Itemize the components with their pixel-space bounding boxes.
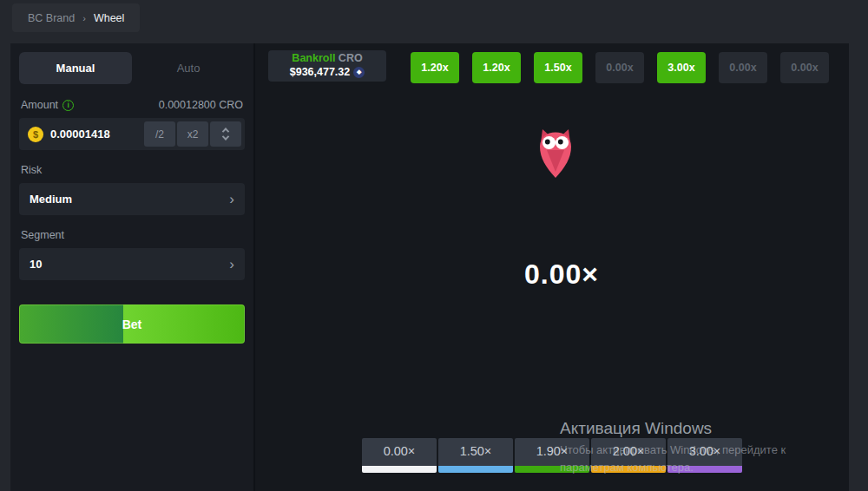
result-history-row: 1.20x 1.20x 1.50x 0.00x 3.00x 0.00x 0.00… bbox=[411, 52, 829, 83]
legend-cell: 2.00× bbox=[591, 438, 666, 473]
risk-value: Medium bbox=[30, 193, 72, 206]
legend-cell: 0.00× bbox=[362, 438, 437, 473]
legend-multiplier-label: 1.90× bbox=[515, 438, 589, 458]
segment-select[interactable]: 10 › bbox=[19, 248, 245, 280]
half-amount-button[interactable]: /2 bbox=[144, 121, 175, 147]
segment-value: 10 bbox=[30, 258, 42, 271]
history-result-button[interactable]: 1.20x bbox=[472, 52, 521, 83]
amount-input-row: $ 0.00001418 /2 x2 bbox=[19, 118, 245, 150]
history-result-button[interactable]: 1.20x bbox=[411, 52, 459, 83]
risk-select[interactable]: Medium › bbox=[19, 183, 245, 215]
bankroll-amount: $936,477.32 bbox=[290, 66, 351, 80]
breadcrumb-current-page: Wheel bbox=[94, 12, 124, 24]
cro-coin-icon: ◆ bbox=[353, 67, 365, 78]
breadcrumb-brand-link[interactable]: BC Brand bbox=[28, 12, 75, 24]
legend-color-bar bbox=[591, 466, 666, 473]
legend-color-bar bbox=[438, 466, 513, 473]
currency-coin-icon: $ bbox=[28, 127, 43, 142]
bankroll-label: Bankroll bbox=[292, 52, 335, 64]
amount-header: Amount i 0.00012800 CRO bbox=[19, 99, 245, 111]
result-multiplier: 0.00× bbox=[524, 259, 599, 291]
legend-multiplier-label: 3.00× bbox=[667, 438, 742, 458]
bankroll-currency: CRO bbox=[339, 52, 363, 64]
breadcrumb-separator-icon: › bbox=[82, 13, 86, 23]
bankroll-widget[interactable]: Bankroll CRO $936,477.32 ◆ bbox=[268, 50, 386, 82]
segment-label: Segment bbox=[19, 229, 245, 241]
legend-multiplier-label: 2.00× bbox=[591, 438, 666, 458]
amount-input[interactable]: 0.00001418 bbox=[50, 128, 144, 141]
legend-multiplier-label: 1.50× bbox=[438, 438, 513, 458]
wallet-balance: 0.00012800 CRO bbox=[159, 99, 243, 111]
double-amount-button[interactable]: x2 bbox=[177, 121, 208, 147]
breadcrumb: BC Brand › Wheel bbox=[12, 3, 140, 32]
legend-cell: 3.00× bbox=[667, 438, 742, 473]
risk-label: Risk bbox=[19, 164, 245, 176]
chevron-down-icon[interactable] bbox=[222, 133, 229, 140]
legend-multiplier-label: 0.00× bbox=[362, 438, 437, 458]
game-area: Bankroll CRO $936,477.32 ◆ 1.20x 1.20x 1… bbox=[253, 43, 849, 491]
bet-button[interactable]: Bet bbox=[19, 304, 245, 344]
legend-cell: 1.90× bbox=[515, 438, 589, 473]
history-result-button[interactable]: 0.00x bbox=[780, 52, 829, 83]
legend-color-bar bbox=[667, 466, 742, 473]
history-result-button[interactable]: 1.50x bbox=[534, 52, 582, 83]
tab-manual[interactable]: Manual bbox=[19, 52, 132, 84]
bankroll-title: Bankroll CRO bbox=[292, 52, 362, 66]
legend-color-bar bbox=[515, 466, 589, 473]
multiplier-legend: 0.00× 1.50× 1.90× 2.00× bbox=[362, 438, 742, 473]
history-result-button[interactable]: 0.00x bbox=[719, 52, 767, 83]
chevron-right-icon: › bbox=[229, 257, 234, 272]
legend-cell: 1.50× bbox=[438, 438, 513, 473]
amount-tools: /2 x2 bbox=[144, 121, 241, 147]
chevron-right-icon: › bbox=[229, 192, 234, 206]
mode-tabs: Manual Auto bbox=[19, 52, 245, 84]
owl-mascot-icon bbox=[536, 128, 575, 179]
bankroll-amount-wrap: $936,477.32 ◆ bbox=[290, 66, 365, 80]
legend-color-bar bbox=[362, 466, 437, 473]
amount-stepper[interactable] bbox=[210, 121, 241, 147]
info-icon[interactable]: i bbox=[62, 100, 74, 111]
history-result-button[interactable]: 3.00x bbox=[657, 52, 706, 83]
amount-label-wrap: Amount i bbox=[21, 99, 74, 111]
bet-sidebar: Manual Auto Amount i 0.00012800 CRO $ 0.… bbox=[10, 43, 253, 491]
game-container: Manual Auto Amount i 0.00012800 CRO $ 0.… bbox=[10, 43, 849, 491]
amount-label: Amount bbox=[21, 99, 58, 111]
history-result-button[interactable]: 0.00x bbox=[595, 52, 644, 83]
tab-auto[interactable]: Auto bbox=[132, 52, 245, 84]
